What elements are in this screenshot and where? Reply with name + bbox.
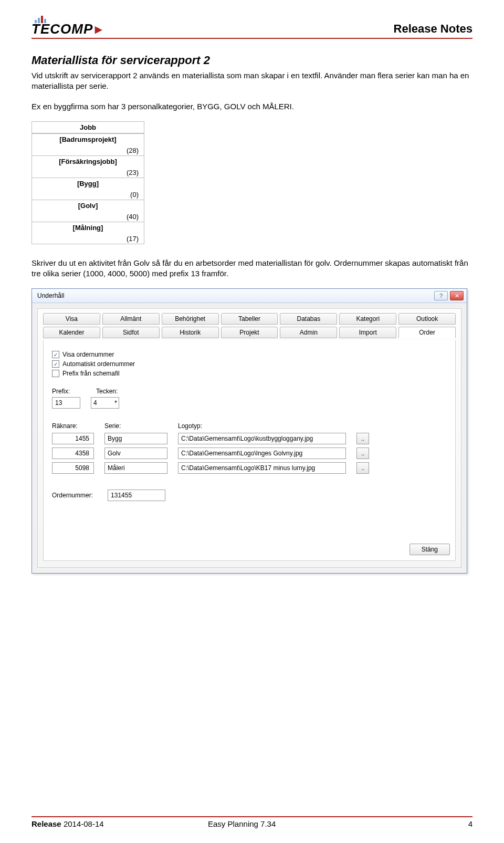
tecken-select[interactable]: 4 [91, 397, 119, 409]
prefix-label: Prefix: [52, 388, 70, 395]
jobb-label: [Golv] [32, 200, 144, 210]
checkbox-auto-ordernummer[interactable]: ✓ [52, 360, 59, 368]
browse-button[interactable]: .. [356, 447, 369, 459]
raknare-input[interactable] [52, 433, 94, 444]
tab-allmant[interactable]: Allmänt [102, 313, 160, 325]
page-header: TECOMP ▸ Release Notes [32, 16, 472, 39]
jobb-label: [Målning] [32, 222, 144, 232]
doc-title: Release Notes [394, 22, 472, 36]
checkbox-prefix-schemafil[interactable] [52, 370, 59, 377]
paragraph-1: Vid utskrift av servicerapport 2 används… [32, 70, 472, 92]
page-number: 4 [384, 819, 472, 828]
window-close-button[interactable]: ✕ [450, 291, 464, 300]
tab-kalender[interactable]: Kalender [43, 327, 100, 338]
jobb-row: [Golv] (40) [32, 200, 144, 222]
product-name: Easy Planning 7.34 [208, 819, 384, 828]
jobb-row: [Badrumsprojekt] (28) [32, 133, 144, 155]
jobb-row: [Bygg] (0) [32, 178, 144, 200]
jobb-count: (17) [127, 235, 139, 243]
tab-tabeller[interactable]: Tabeller [221, 313, 278, 325]
checkbox-label: Prefix från schemafil [62, 370, 120, 377]
tab-kategori[interactable]: Kategori [339, 313, 396, 325]
help-icon: ? [439, 293, 443, 299]
checkbox-row: ✓ Visa ordernummer [52, 351, 447, 358]
dialog-titlebar: Underhåll ? ✕ [32, 289, 467, 303]
series-row: .. [52, 433, 447, 444]
logotyp-header: Logotyp: [178, 422, 346, 430]
tabs-row-bottom: Kalender Sidfot Historik Projekt Admin I… [43, 327, 456, 338]
jobb-count: (28) [127, 147, 139, 154]
checkbox-row: ✓ Automatiskt ordernummer [52, 360, 447, 368]
jobb-row: [Målning] (17) [32, 222, 144, 244]
raknare-input[interactable] [52, 447, 94, 459]
logotyp-input[interactable] [178, 433, 346, 444]
checkbox-label: Visa ordernummer [62, 351, 114, 358]
paragraph-2: Ex en byggfirma som har 3 personalkatego… [32, 101, 472, 112]
jobb-label: [Bygg] [32, 178, 144, 188]
logo: TECOMP ▸ [32, 16, 102, 36]
browse-button[interactable]: .. [356, 433, 369, 444]
tab-admin[interactable]: Admin [280, 327, 337, 338]
serie-input[interactable] [104, 433, 167, 444]
dialog-body: Visa Allmänt Behörighet Tabeller Databas… [37, 308, 461, 568]
logotyp-input[interactable] [178, 447, 346, 459]
underhall-dialog: Underhåll ? ✕ Visa Allmänt Behörighet Ta… [32, 288, 467, 574]
section-title: Materiallista för servicerapport 2 [32, 54, 472, 67]
tabs-row-top: Visa Allmänt Behörighet Tabeller Databas… [43, 313, 456, 325]
tab-visa[interactable]: Visa [43, 313, 100, 325]
checkbox-label: Automatiskt ordernummer [62, 360, 135, 368]
serie-header: Serie: [104, 422, 167, 430]
browse-button[interactable]: .. [356, 462, 369, 474]
tab-sidfot[interactable]: Sidfot [102, 327, 160, 338]
tab-import[interactable]: Import [339, 327, 396, 338]
tab-order[interactable]: Order [398, 327, 456, 338]
ordernummer-input[interactable] [108, 490, 165, 501]
release-label: Release [32, 819, 61, 828]
tecken-label: Tecken: [96, 388, 118, 395]
jobb-label: [Badrumsprojekt] [32, 134, 144, 143]
raknare-input[interactable] [52, 462, 94, 474]
jobb-count: (0) [130, 191, 139, 199]
close-icon: ✕ [455, 293, 459, 299]
stang-button[interactable]: Stäng [410, 544, 450, 555]
series-row: .. [52, 462, 447, 474]
dialog-title: Underhåll [37, 292, 64, 299]
tab-databas[interactable]: Databas [280, 313, 337, 325]
page-footer: Release 2014-08-14 Easy Planning 7.34 4 [32, 816, 472, 828]
tab-projekt[interactable]: Projekt [221, 327, 278, 338]
paragraph-3: Skriver du ut en aktivitet från Golv så … [32, 258, 472, 279]
serie-input[interactable] [104, 462, 167, 474]
tab-order-content: ✓ Visa ordernummer ✓ Automatiskt ordernu… [43, 340, 456, 561]
tab-outlook[interactable]: Outlook [398, 313, 456, 325]
tecken-value: 4 [93, 399, 97, 407]
series-row: .. [52, 447, 447, 459]
release-date: 2014-08-14 [64, 819, 104, 828]
jobb-label: [Försäkringsjobb] [32, 156, 144, 165]
prefix-input[interactable] [52, 397, 80, 409]
serie-input[interactable] [104, 447, 167, 459]
raknare-header: Räknare: [52, 422, 94, 430]
tab-behorighet[interactable]: Behörighet [162, 313, 219, 325]
ordernummer-label: Ordernummer: [52, 492, 93, 499]
jobb-count: (23) [127, 169, 139, 176]
jobb-table: Jobb [Badrumsprojekt] (28) [Försäkringsj… [32, 121, 144, 244]
jobb-row: [Försäkringsjobb] (23) [32, 155, 144, 178]
jobb-count: (40) [127, 213, 139, 221]
tab-historik[interactable]: Historik [162, 327, 219, 338]
jobb-header: Jobb [32, 122, 144, 133]
checkbox-row: Prefix från schemafil [52, 370, 447, 377]
help-button[interactable]: ? [434, 291, 448, 300]
checkbox-visa-ordernummer[interactable]: ✓ [52, 351, 59, 358]
logotyp-input[interactable] [178, 462, 346, 474]
logo-text: TECOMP ▸ [32, 22, 102, 36]
